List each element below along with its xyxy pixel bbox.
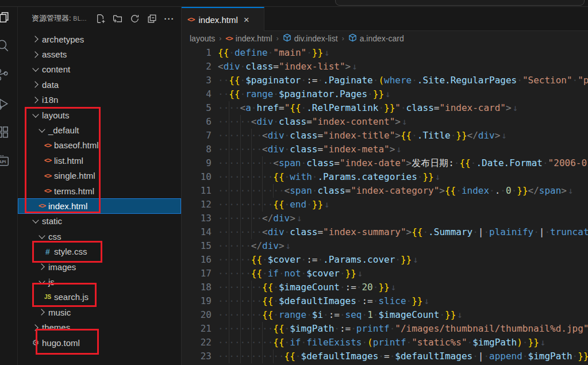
tree-item-label: _default [48,125,79,135]
line-number: 21 [182,322,212,336]
extensions-icon[interactable] [0,124,10,139]
code-line: 19········{{·$defaultImages·:=·slice·}}↓ [182,294,588,308]
line-number: 9 [182,156,212,170]
explorer-sidebar: 资源管理器: BL... ··· archetypesassetscontent… [18,7,182,365]
tree-item-baseof-html[interactable]: <>baseof.html [18,138,181,153]
tree-item-music[interactable]: music [18,305,181,320]
tab-index-html[interactable]: <> index.html × [182,7,264,31]
tree-item-style-css[interactable]: #style.css [18,244,181,259]
line-number: 5 [182,101,212,115]
tree-item-images[interactable]: images [18,259,181,274]
chevron-down-icon [39,278,45,284]
new-folder-button[interactable] [113,14,122,24]
line-number: 8 [182,143,212,156]
tree-item-label: style.css [54,247,87,256]
title-bar [0,0,588,7]
tree-item-label: themes [42,322,70,332]
breadcrumb-item-index-html[interactable]: <>index.html [225,34,272,43]
tree-item-single-html[interactable]: <>single.html [18,168,181,183]
tree-item-label: music [48,308,71,317]
code-line: 20········{{·range·$i·:=·seq·1·$imageCou… [182,308,588,322]
tree-item--default[interactable]: _default [18,122,181,137]
tree-item-i18n[interactable]: i18n [18,93,181,107]
tree-item-js[interactable]: js [18,274,181,289]
html-file-icon: <> [42,187,53,195]
code-line: 23············{{·$defaultImages·=·$defau… [182,349,588,363]
tree-item-label: images [48,262,76,272]
tree-item-label: assets [42,49,67,59]
tree-item-themes[interactable]: themes [18,320,181,335]
breadcrumb-item-a-index-card[interactable]: a.index-card [348,33,404,44]
chevron-right-icon [38,309,44,316]
api-client-icon[interactable]: API [0,153,10,168]
line-number: 16 [182,253,212,267]
code-line: 7········<div·class="index-title">{{·.Ti… [182,129,588,143]
tree-item-data[interactable]: data [18,77,181,92]
code-line: 15······</div>↓ [182,239,588,253]
more-actions-button[interactable]: ··· [164,14,174,24]
breadcrumb-separator: › [219,34,221,43]
file-tree: archetypesassetscontentdatai18nlayouts_d… [18,32,181,350]
tree-item-assets[interactable]: assets [18,47,181,62]
line-number: 15 [182,239,212,253]
html-file-icon: <> [42,141,53,149]
tree-item-label: search.js [54,292,89,302]
line-number: 18 [182,281,212,294]
explorer-title: 资源管理器: BL... [32,13,87,24]
breadcrumb-separator: › [342,34,344,43]
new-file-button[interactable] [95,14,105,24]
chevron-right-icon [32,324,38,331]
line-number: 3 [182,74,212,87]
tree-item-search-js[interactable]: JSsearch.js [18,290,181,305]
tree-item-css[interactable]: css [18,229,181,244]
tree-item-archetypes[interactable]: archetypes [18,32,181,47]
symbol-cube-icon [348,33,357,44]
tree-item-label: index.html [48,201,87,211]
command-center[interactable] [335,0,585,6]
tree-item-label: js [48,277,55,287]
js-file-icon: JS [42,294,53,300]
chevron-down-icon [39,232,45,239]
tree-item-label: archetypes [42,34,84,44]
line-number: 19 [182,294,212,308]
tree-item-layouts[interactable]: layouts [18,107,181,122]
tree-item-index-html[interactable]: <>index.html [18,198,181,213]
breadcrumb-item-layouts[interactable]: layouts [190,34,215,43]
tree-item-content[interactable]: content [18,62,181,77]
code-line: 14········<div·class="index-summary">{{·… [182,225,588,239]
html-file-icon: <> [42,172,53,180]
run-debug-icon[interactable] [0,97,10,112]
tree-item-static[interactable]: static [18,214,181,229]
tree-item-label: single.html [54,171,95,180]
search-icon[interactable] [0,38,10,53]
line-number: 7 [182,129,212,143]
explorer-icon[interactable] [0,9,10,24]
code-editor[interactable]: 1{{·define·"main"·}}↓2<div·class="index-… [182,46,588,363]
tree-item-terms-html[interactable]: <>terms.html [18,183,181,198]
line-number: 13 [182,212,212,225]
line-number: 14 [182,225,212,239]
code-line: 1{{·define·"main"·}}↓ [182,46,588,60]
source-control-icon[interactable] [0,67,10,82]
breadcrumb-item-div-index-list[interactable]: div.index-list [283,33,338,44]
code-line: 12··········{{·end·}}↓ [182,198,588,212]
line-number: 4 [182,87,212,101]
chevron-right-icon [32,36,38,43]
code-line: 21··········{{·$imgPath·:=·printf·"/imag… [182,322,588,336]
tree-item-hugo-toml[interactable]: ⚙hugo.toml [18,335,181,350]
code-line: 4··{{·range·$paginator.Pages·}}↓ [182,87,588,101]
refresh-button[interactable] [130,14,140,24]
tab-label: index.html [198,15,237,25]
code-line: 3··{{·$paginator·:=·.Paginate·(where·.Si… [182,74,588,87]
close-icon[interactable]: × [244,15,249,25]
tree-item-list-html[interactable]: <>list.html [18,153,181,168]
collapse-all-button[interactable] [147,14,157,24]
css-file-icon: # [42,247,53,256]
code-line: 17······{{·if·not·$cover·}}↓ [182,267,588,281]
code-line: 16······{{·$cover·:=·.Params.cover·}}↓ [182,253,588,267]
line-number: 23 [182,349,212,363]
tree-item-label: css [48,232,62,241]
line-number: 17 [182,267,212,281]
symbol-cube-icon [283,33,291,44]
html-file-icon: <> [187,16,194,24]
